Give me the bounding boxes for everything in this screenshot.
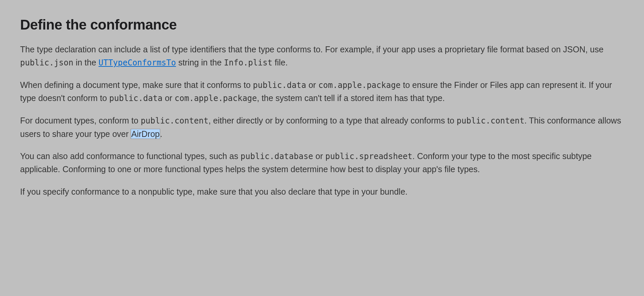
- code-public-spreadsheet: public.spreadsheet: [325, 152, 412, 161]
- paragraph-5: If you specify conformance to a nonpubli…: [20, 185, 624, 198]
- text: string in the: [176, 58, 224, 67]
- highlighted-text-airdrop: AirDrop: [131, 129, 160, 139]
- text: , the system can't tell if a stored item…: [257, 93, 445, 103]
- text: The type declaration can include a list …: [20, 45, 603, 54]
- text: If you specify conformance to a nonpubli…: [20, 187, 407, 196]
- text: or: [313, 151, 325, 161]
- link-uttypeconformsto[interactable]: UTTypeConformsTo: [99, 58, 176, 67]
- text: .: [160, 129, 162, 139]
- text: When defining a document type, make sure…: [20, 80, 253, 90]
- section-heading: Define the conformance: [20, 17, 624, 33]
- code-public-data: public.data: [253, 81, 306, 90]
- code-public-data: public.data: [109, 94, 163, 103]
- code-info-plist: Info.plist: [224, 58, 272, 67]
- paragraph-2: When defining a document type, make sure…: [20, 79, 624, 105]
- code-public-content: public.content: [141, 116, 208, 126]
- paragraph-4: You can also add conformance to function…: [20, 150, 624, 176]
- code-public-json: public.json: [20, 58, 73, 67]
- code-uttypeconformsto: UTTypeConformsTo: [99, 58, 176, 67]
- text: You can also add conformance to function…: [20, 151, 241, 161]
- text: , either directly or by conforming to a …: [208, 116, 457, 125]
- paragraph-1: The type declaration can include a list …: [20, 43, 624, 69]
- text: For document types, conform to: [20, 116, 141, 125]
- code-com-apple-package: com.apple.package: [318, 81, 401, 90]
- code-public-database: public.database: [241, 152, 313, 161]
- paragraph-3: For document types, conform to public.co…: [20, 114, 624, 140]
- text: file.: [272, 58, 288, 67]
- text: or: [163, 93, 175, 103]
- code-com-apple-package: com.apple.package: [175, 94, 257, 103]
- text: or: [306, 80, 318, 90]
- text: in the: [73, 58, 99, 67]
- code-public-content: public.content: [457, 116, 524, 126]
